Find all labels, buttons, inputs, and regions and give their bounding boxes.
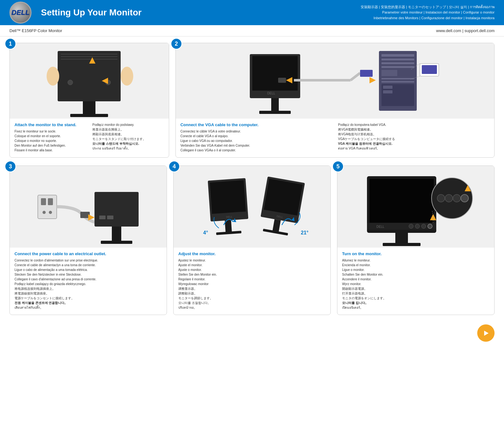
svg-rect-40: [48, 198, 53, 205]
main-content: 1: [0, 36, 504, 321]
step3-number: 3: [5, 161, 16, 172]
dell-logo-text: DELL: [11, 8, 29, 17]
svg-point-69: [421, 224, 426, 228]
svg-rect-65: [369, 179, 434, 225]
step4-illustration: DELL 4° DELL: [184, 167, 320, 247]
step3-desc: Connect the power cable to an electrical…: [10, 248, 167, 315]
svg-text:21°: 21°: [301, 230, 308, 235]
svg-rect-14: [271, 98, 279, 112]
step2-illustration: DELL: [225, 45, 445, 117]
step3-box: 3: [9, 166, 167, 315]
svg-point-79: [453, 194, 461, 202]
svg-point-80: [461, 194, 468, 202]
step1-container: 1: [9, 43, 169, 158]
svg-rect-57: [264, 178, 303, 215]
step3-text: Connectez le cordon d'alimentation sur u…: [14, 258, 162, 310]
svg-rect-24: [381, 59, 414, 60]
step4-desc: Adjust the monitor. Ajustez le moniteur.…: [174, 248, 330, 315]
svg-rect-17: [278, 78, 286, 83]
model-name: Dell™ E156FP Color Monitor: [9, 28, 62, 33]
step3-illustration: [32, 167, 145, 247]
svg-rect-47: [99, 216, 106, 219]
svg-text:DELL: DELL: [226, 215, 232, 218]
step2-container: 2 DELL: [175, 43, 495, 158]
step2-desc: Connect the VGA cable to the computer. C…: [176, 119, 494, 157]
step5-title: Turn on the monitor.: [342, 251, 490, 256]
step2-box: 2 DELL: [175, 43, 495, 158]
svg-line-20: [351, 73, 360, 80]
step5-text: Allumez le moniteur. Encienda el monitor…: [342, 258, 490, 310]
svg-marker-37: [369, 77, 376, 83]
svg-rect-2: [70, 114, 108, 117]
header: DELL Setting Up Your Monitor 安裝顯示器 | 安裝您…: [0, 0, 504, 25]
step5-illustration: DELL: [358, 167, 474, 247]
step4-container: 4 DELL 4°: [173, 166, 331, 315]
nav-arrow-container: [0, 321, 504, 348]
header-subtitle: 安裝顯示器 | 安裝您的显示器 | モニターのセットアップ | 모니터 설치 |…: [361, 4, 495, 21]
subtitle-line1: 安裝顯示器 | 安裝您的显示器 | モニターのセットアップ | 모니터 설치 |…: [361, 4, 495, 10]
step4-image: DELL 4° DELL: [174, 166, 330, 248]
step5-box: 5: [337, 166, 495, 315]
step4-title: Adjust the monitor.: [178, 251, 326, 256]
svg-rect-38: [38, 195, 57, 219]
bottom-steps-row: 3: [9, 166, 495, 315]
next-button[interactable]: [477, 324, 495, 342]
svg-point-11: [121, 67, 133, 86]
website-url: www.dell.com | support.dell.com: [436, 28, 495, 33]
svg-rect-34: [422, 65, 437, 74]
svg-point-77: [437, 194, 445, 202]
svg-point-6: [68, 80, 73, 85]
dell-logo: DELL: [9, 2, 32, 24]
svg-text:4°: 4°: [203, 230, 208, 235]
step2-image: DELL: [176, 43, 494, 119]
svg-point-78: [445, 194, 453, 202]
svg-rect-29: [381, 81, 414, 82]
svg-text:DELL: DELL: [376, 225, 384, 228]
step5-number: 5: [332, 161, 344, 172]
svg-point-68: [415, 224, 420, 228]
svg-rect-46: [101, 241, 132, 244]
svg-point-42: [49, 211, 52, 214]
svg-rect-39: [41, 198, 46, 205]
svg-text:DELL: DELL: [267, 92, 275, 95]
svg-marker-84: [484, 331, 489, 336]
subtitle-line3: Inbetriebnahme des Monitors | Configuraz…: [361, 15, 495, 21]
step3-title: Connect the power cable to an electrical…: [14, 251, 162, 256]
svg-rect-26: [381, 66, 414, 68]
step4-text: Ajustez le moniteur. Ajuste el monitor. …: [178, 258, 326, 310]
step1-text-right: Podłącz monitor do podstawy. 将显示器装在脚座上。 …: [92, 122, 164, 151]
top-steps-row: 1: [9, 43, 495, 158]
svg-rect-13: [252, 56, 298, 91]
svg-rect-31: [383, 86, 392, 89]
step1-number: 1: [5, 38, 16, 49]
svg-rect-73: [395, 233, 408, 244]
svg-point-67: [409, 224, 413, 228]
svg-rect-23: [381, 54, 414, 57]
header-title: Setting Up Your Monitor: [41, 8, 361, 18]
step5-desc: Turn on the monitor. Allumez le moniteur…: [337, 248, 494, 315]
step1-desc: Attach the monitor to the stand. Fixez l…: [10, 119, 169, 157]
step5-image: DELL: [337, 166, 494, 248]
step3-image: [10, 166, 167, 248]
svg-rect-25: [381, 62, 414, 64]
step2-text-right: Podłącz do komputera kabel VGA. 將VGA電纜與電…: [338, 122, 490, 151]
step3-container: 3: [9, 166, 167, 315]
step2-number: 2: [171, 38, 182, 49]
step2-title: Connect the VGA cable to the computer.: [180, 122, 332, 127]
svg-point-71: [428, 224, 432, 228]
svg-rect-74: [383, 243, 421, 246]
svg-rect-0: [58, 51, 121, 101]
svg-rect-28: [381, 78, 414, 79]
svg-rect-15: [259, 111, 291, 114]
svg-rect-32: [383, 90, 392, 93]
step1-illustration: [29, 45, 149, 117]
svg-rect-45: [112, 227, 121, 242]
step1-title: Attach the monitor to the stand.: [14, 122, 86, 127]
step4-number: 4: [169, 161, 180, 172]
step2-text-left: Connectez le câble VGA à votre ordinateu…: [180, 129, 332, 153]
svg-rect-21: [360, 70, 373, 77]
next-arrow-icon: [482, 329, 490, 337]
step1-image: [10, 43, 169, 119]
sub-header: Dell™ E156FP Color Monitor www.dell.com …: [0, 25, 504, 36]
svg-rect-27: [381, 70, 397, 76]
